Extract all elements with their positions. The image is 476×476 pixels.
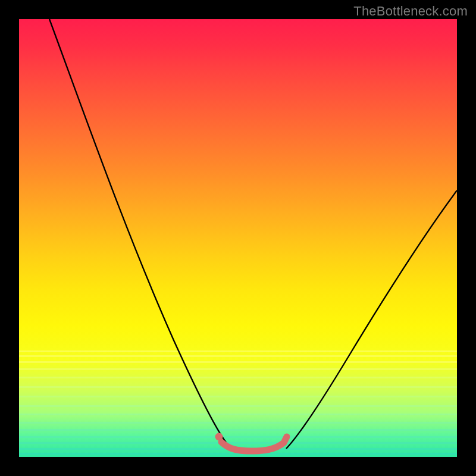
right-curve (286, 190, 457, 449)
bottom-pink-segment (221, 437, 287, 451)
watermark-text: TheBottleneck.com (353, 4, 468, 19)
plot-area (19, 19, 457, 457)
chart-frame: TheBottleneck.com (0, 0, 476, 476)
curve-layer (19, 19, 457, 457)
left-curve (49, 19, 232, 450)
pink-dot (215, 433, 223, 441)
